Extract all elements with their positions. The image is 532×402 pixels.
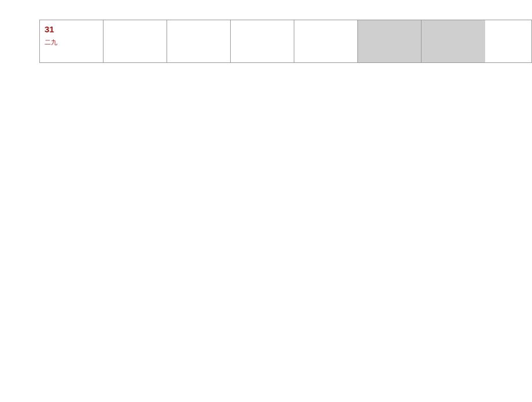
- calendar-cell[interactable]: [294, 20, 358, 62]
- calendar-cell-out[interactable]: [422, 20, 485, 62]
- calendar-cell[interactable]: [167, 20, 231, 62]
- calendar-cell[interactable]: [104, 20, 167, 62]
- day-lunar: 二九: [45, 39, 98, 46]
- calendar-cell[interactable]: [231, 20, 294, 62]
- calendar-cell-out[interactable]: [358, 20, 422, 62]
- calendar-cell[interactable]: 31 二九: [40, 20, 104, 62]
- day-number: 31: [45, 25, 98, 34]
- calendar-row: 31 二九: [39, 20, 532, 63]
